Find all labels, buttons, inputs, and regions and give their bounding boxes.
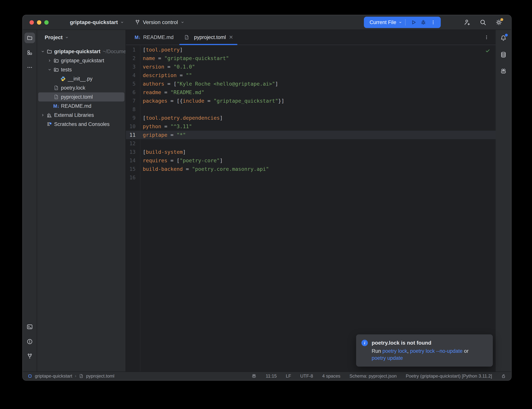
poetry-update-link[interactable]: poetry update — [372, 355, 403, 361]
code-line[interactable]: 3version = "0.1.0" — [126, 63, 496, 71]
more-tool-windows-button[interactable] — [24, 62, 35, 73]
code-text: [tool.poetry] — [140, 46, 183, 54]
vcs-widget[interactable]: Version control — [135, 19, 184, 25]
code-line[interactable]: 12 — [126, 139, 496, 148]
line-number[interactable]: 2 — [126, 54, 140, 63]
breadcrumb-file[interactable]: pyproject.toml — [86, 373, 114, 379]
tree-row[interactable]: griptape-quickstart~/Docume — [38, 47, 124, 56]
close-window-button[interactable] — [29, 20, 34, 25]
caret-position-widget[interactable]: 11:15 — [266, 373, 277, 379]
code-line[interactable]: 9[tool.poetry.dependencies] — [126, 114, 496, 122]
poetry-lock-no-update-link[interactable]: poetry lock --no-update — [410, 348, 463, 354]
breadcrumb-project[interactable]: griptape-quickstart — [35, 373, 72, 379]
folder-icon — [27, 35, 33, 41]
chevron-right-icon[interactable] — [46, 58, 53, 63]
code-editor[interactable]: 1[tool.poetry]2name = "griptape-quicksta… — [126, 45, 496, 372]
code-line[interactable]: 14requires = ["poetry-core"] — [126, 156, 496, 165]
tree-row[interactable]: Scratches and Consoles — [38, 120, 124, 129]
terminal-tool-button[interactable] — [24, 322, 35, 332]
readonly-toggle[interactable] — [501, 374, 506, 379]
settings-button[interactable] — [495, 18, 503, 26]
chevron-right-icon: › — [75, 374, 76, 379]
tree-row[interactable]: __init__.py — [38, 74, 124, 83]
code-line[interactable]: 1[tool.poetry] — [126, 46, 496, 54]
line-number[interactable]: 14 — [126, 156, 140, 165]
line-number[interactable]: 5 — [126, 80, 140, 88]
line-number[interactable]: 4 — [126, 71, 140, 80]
line-number[interactable]: 12 — [126, 139, 140, 148]
encoding-widget[interactable]: UTF-8 — [300, 373, 313, 379]
search-everywhere-button[interactable] — [479, 18, 487, 26]
tree-row[interactable]: griptape_quickstart — [38, 56, 124, 65]
code-line[interactable]: 2name = "griptape-quickstart" — [126, 54, 496, 63]
close-icon[interactable]: ✕ — [229, 34, 233, 40]
notifications-button[interactable] — [499, 34, 507, 42]
structure-tool-button[interactable] — [24, 47, 35, 58]
code-line[interactable]: 16 — [126, 173, 496, 182]
code-line[interactable]: 10python = "^3.11" — [126, 122, 496, 131]
tree-row[interactable]: tests — [38, 65, 124, 74]
line-number[interactable]: 6 — [126, 88, 140, 97]
project-tool-button[interactable] — [24, 33, 35, 43]
tree-row[interactable]: External Libraries — [38, 111, 124, 120]
inspections-ok-icon[interactable] — [485, 48, 490, 53]
project-panel-title: Project — [45, 35, 63, 40]
code-line[interactable]: 4description = "" — [126, 71, 496, 80]
project-widget[interactable]: griptape-quickstart — [70, 19, 124, 25]
poetry-lock-link[interactable]: poetry lock — [382, 348, 407, 354]
line-ending-widget[interactable]: LF — [286, 373, 291, 379]
line-number[interactable]: 10 — [126, 122, 140, 131]
code-line[interactable]: 8 — [126, 105, 496, 114]
maximize-window-button[interactable] — [44, 20, 49, 25]
database-button[interactable] — [499, 51, 507, 59]
line-number[interactable]: 7 — [126, 97, 140, 105]
code-line[interactable]: 5authors = ["Kyle Roche <hello@griptape.… — [126, 80, 496, 88]
tab-pyproject[interactable]: [T] pyproject.toml ✕ — [179, 30, 238, 45]
ide-window: griptape-quickstart Version control Curr… — [22, 15, 512, 381]
run-button[interactable] — [410, 19, 417, 26]
unlock-icon — [501, 374, 506, 379]
line-number[interactable]: 16 — [126, 173, 140, 182]
problems-tool-button[interactable] — [24, 336, 35, 347]
debug-button[interactable] — [420, 19, 427, 26]
tree-row[interactable]: [T]poetry.lock — [38, 83, 124, 93]
code-line[interactable]: 6readme = "README.md" — [126, 88, 496, 97]
run-widget: Current File — [364, 17, 441, 28]
line-number[interactable]: 8 — [126, 105, 140, 114]
code-line[interactable]: 11griptape = "*" — [126, 131, 496, 139]
code-line[interactable]: 7packages = [{include = "griptape_quicks… — [126, 97, 496, 105]
git-branch-icon — [27, 353, 33, 360]
line-number[interactable]: 1 — [126, 46, 140, 54]
ai-assistant-button[interactable] — [499, 67, 507, 75]
chevron-down-icon[interactable] — [46, 68, 53, 72]
code-text: requires = ["poetry-core"] — [140, 156, 223, 165]
toml-icon: [T] — [53, 94, 59, 100]
chevron-right-icon[interactable] — [39, 113, 46, 117]
line-number[interactable]: 9 — [126, 114, 140, 122]
git-tool-button[interactable] — [24, 351, 35, 362]
project-panel-header[interactable]: Project — [37, 30, 126, 45]
line-number[interactable]: 3 — [126, 63, 140, 71]
tree-item-label: griptape_quickstart — [61, 58, 104, 64]
interpreter-widget[interactable]: Poetry (griptape-quickstart) [Python 3.1… — [406, 373, 492, 379]
desktop: griptape-quickstart Version control Curr… — [0, 0, 532, 409]
settings-update-badge — [500, 18, 503, 21]
code-line[interactable]: 13[build-system] — [126, 148, 496, 156]
ai-assistant-status-button[interactable] — [251, 374, 257, 379]
line-number[interactable]: 15 — [126, 165, 140, 173]
minimize-window-button[interactable] — [37, 20, 41, 25]
editor-options-kebab-icon[interactable] — [484, 35, 489, 40]
tab-readme[interactable]: M↓ README.md — [130, 30, 179, 45]
tree-row[interactable]: M↓README.md — [38, 102, 124, 111]
indent-widget[interactable]: 4 spaces — [322, 373, 340, 379]
folder-icon — [46, 49, 53, 54]
run-more-button[interactable] — [429, 19, 437, 26]
code-with-me-button[interactable] — [463, 18, 471, 26]
run-configuration-selector[interactable]: Current File — [370, 19, 402, 25]
line-number[interactable]: 11 — [126, 131, 140, 139]
tree-row[interactable]: [T]pyproject.toml — [38, 93, 124, 102]
chevron-down-icon[interactable] — [39, 49, 46, 54]
code-line[interactable]: 15build-backend = "poetry.core.masonry.a… — [126, 165, 496, 173]
schema-widget[interactable]: Schema: pyproject.json — [349, 373, 397, 379]
line-number[interactable]: 13 — [126, 148, 140, 156]
